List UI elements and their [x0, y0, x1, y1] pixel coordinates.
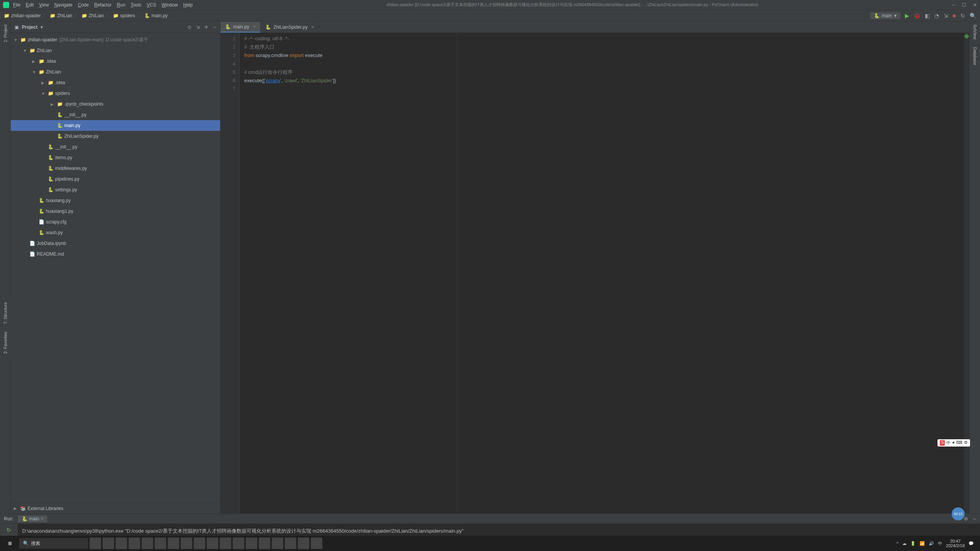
tree-file[interactable]: 📄README.md — [11, 249, 220, 259]
minimize-icon[interactable]: ─ — [973, 516, 976, 522]
vcs-update-icon[interactable]: ↻ — [960, 13, 965, 19]
breadcrumb-item[interactable]: 📁spiders — [113, 13, 135, 18]
taskbar-search[interactable]: 🔍 搜索 — [19, 538, 88, 549]
database-tool-button[interactable]: Database — [973, 47, 977, 65]
tree-file[interactable]: 📄scrapy.cfg — [11, 217, 220, 227]
task-view-icon[interactable] — [90, 538, 101, 549]
taskbar-app-icon[interactable] — [233, 538, 244, 549]
run-configuration-selector[interactable]: 🐍 main ▾ — [870, 12, 900, 19]
menu-refactor[interactable]: Refactor — [94, 2, 111, 8]
tray-icon[interactable]: 🔋 — [910, 541, 916, 546]
menu-view[interactable]: View — [39, 2, 49, 8]
gear-icon[interactable]: ⚙ — [964, 516, 968, 522]
tray-icon[interactable]: 🔊 — [929, 541, 934, 546]
tree-folder[interactable]: ▼📁spiders — [11, 88, 220, 99]
attach-button-icon[interactable]: ⇲ — [944, 13, 948, 19]
search-everywhere-icon[interactable]: 🔍 — [970, 13, 976, 19]
menu-run[interactable]: Run — [117, 2, 125, 8]
editor-tab[interactable]: 🐍ZhiLianSpider.py× — [261, 22, 319, 33]
breadcrumb-item[interactable]: 📁ZhiLian — [82, 13, 104, 18]
breadcrumb-item[interactable]: 🐍main.py — [144, 13, 168, 18]
run-button-icon[interactable]: ▶ — [905, 13, 909, 19]
ime-toolbar[interactable]: S 中 ● ⌨ ⚙ — [938, 439, 970, 447]
tree-file[interactable]: 🐍huaxiang1.py — [11, 206, 220, 217]
tree-file[interactable]: 🐍middlewares.py — [11, 163, 220, 174]
close-icon[interactable]: × — [253, 24, 256, 29]
breadcrumb-item[interactable]: 📁zhilian-spaider — [4, 13, 41, 18]
taskbar-app-icon[interactable] — [311, 538, 322, 549]
menu-navigate[interactable]: Navigate — [54, 2, 72, 8]
tree-file[interactable]: 🐍pipelines.py — [11, 174, 220, 184]
maximize-icon[interactable]: ☐ — [962, 2, 966, 8]
gear-icon[interactable]: ✢ — [204, 24, 208, 30]
menu-window[interactable]: Window — [162, 2, 178, 8]
taskbar-app-icon[interactable] — [194, 538, 205, 549]
debug-button-icon[interactable]: 🐞 — [914, 13, 920, 19]
system-tray[interactable]: ^ ☁ 🔋 📶 🔊 中 20:47 2024/2/18 💬 — [897, 539, 978, 548]
taskbar-app-icon[interactable] — [155, 538, 166, 549]
project-tool-button[interactable]: 1: Project — [3, 24, 8, 42]
menu-vcs[interactable]: VCS — [147, 2, 156, 8]
sciview-tool-button[interactable]: SciView — [973, 24, 977, 39]
taskbar-app-icon[interactable] — [246, 538, 257, 549]
start-button[interactable]: ⊞ — [2, 537, 18, 549]
tree-folder[interactable]: ▶📁.ipynb_checkpoints — [11, 99, 220, 109]
tree-folder[interactable]: ▼📁ZhiLian — [11, 45, 220, 56]
tree-file[interactable]: 📄JobData.ipynb — [11, 238, 220, 249]
tree-file[interactable]: 🐍__init__.py — [11, 109, 220, 120]
taskbar-app-icon[interactable] — [285, 538, 296, 549]
favorites-tool-button[interactable]: 2: Favorites — [3, 332, 8, 354]
tray-icon[interactable]: ☁ — [902, 541, 906, 546]
breadcrumb-item[interactable]: 📁ZhiLian — [50, 13, 72, 18]
tree-folder[interactable]: ▶📁.idea — [11, 77, 220, 88]
taskbar-app-icon[interactable] — [129, 538, 140, 549]
tree-folder[interactable]: ▶📁.idea — [11, 56, 220, 67]
menu-file[interactable]: File — [13, 2, 20, 8]
tree-file[interactable]: 🐍huaxiang.py — [11, 195, 220, 206]
minimize-icon[interactable]: ─ — [952, 2, 955, 8]
tree-file[interactable]: 🐍__init__.py — [11, 142, 220, 152]
ime-icon[interactable]: 中 — [938, 541, 942, 546]
taskbar-app-icon[interactable] — [116, 538, 127, 549]
tree-folder[interactable]: ▼📁ZhiLian — [11, 67, 220, 77]
taskbar-app-icon[interactable] — [220, 538, 231, 549]
coverage-button-icon[interactable]: ◧ — [925, 13, 930, 19]
menu-tools[interactable]: Tools — [131, 2, 141, 8]
menu-edit[interactable]: Edit — [26, 2, 34, 8]
tree-file[interactable]: 🐍wash.py — [11, 227, 220, 238]
notification-icon[interactable]: 💬 — [969, 541, 974, 546]
stop-button-icon[interactable]: ■ — [953, 13, 956, 19]
taskbar-app-icon[interactable] — [272, 538, 283, 549]
taskbar-app-icon[interactable] — [168, 538, 179, 549]
taskbar-app-icon[interactable] — [181, 538, 192, 549]
taskbar-app-icon[interactable] — [103, 538, 114, 549]
editor-tab[interactable]: 🐍main.py× — [220, 22, 261, 33]
taskbar-app-icon[interactable] — [142, 538, 153, 549]
tree-file[interactable]: 🐍settings.py — [11, 184, 220, 195]
locate-icon[interactable]: ⊙ — [188, 24, 191, 30]
collapse-icon[interactable]: ─ — [213, 24, 216, 30]
tree-file[interactable]: 🐍items.py — [11, 152, 220, 163]
close-icon[interactable]: × — [311, 24, 314, 30]
rerun-icon[interactable]: ↻ — [7, 527, 11, 533]
tray-icon[interactable]: 📶 — [920, 541, 925, 546]
close-icon[interactable]: × — [41, 516, 43, 522]
chevron-down-icon[interactable]: ▾ — [41, 24, 43, 30]
tree-file[interactable]: 🐍ZhiLianSpider.py — [11, 131, 220, 142]
recording-badge[interactable]: 02:12 — [952, 507, 965, 520]
structure-tool-button[interactable]: 7: Structure — [3, 302, 8, 324]
menu-help[interactable]: Help — [183, 2, 193, 8]
profile-button-icon[interactable]: ◔ — [934, 13, 939, 19]
tray-chevron-icon[interactable]: ^ — [897, 541, 898, 546]
expand-icon[interactable]: ⇲ — [196, 24, 200, 30]
tree-root[interactable]: ▼ 📁 zhilian-spaider [ZhiLian-Spider-main… — [11, 34, 220, 45]
taskbar-app-icon[interactable] — [259, 538, 270, 549]
external-libraries[interactable]: ▶ 📚 External Libraries — [11, 503, 220, 514]
tree-file[interactable]: 🐍main.py — [11, 120, 220, 131]
taskbar-app-icon[interactable] — [298, 538, 309, 549]
close-icon[interactable]: ✕ — [973, 2, 977, 8]
menu-code[interactable]: Code — [78, 2, 89, 8]
code-editor[interactable]: # -*- coding: utf-8 -*- # 主程序入口 from scr… — [240, 33, 457, 514]
taskbar-app-icon[interactable] — [207, 538, 218, 549]
run-tab[interactable]: 🐍 main × — [18, 515, 47, 522]
